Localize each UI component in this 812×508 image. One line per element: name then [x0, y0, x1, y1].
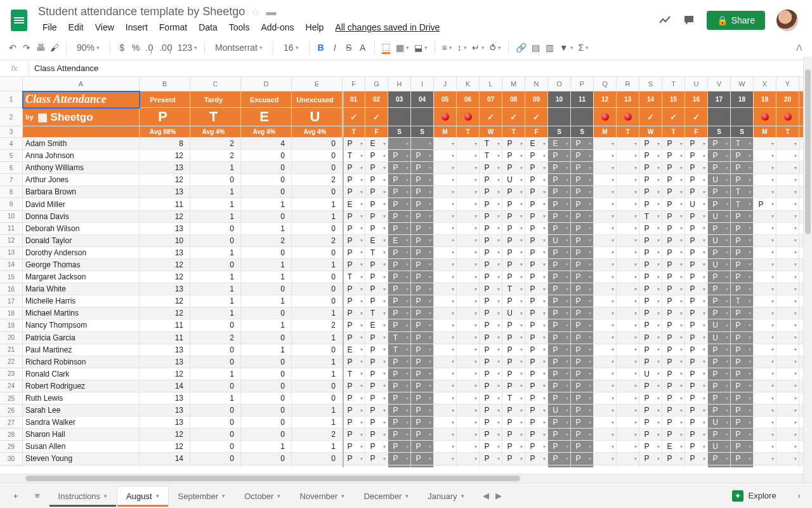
row-header[interactable]: 17 — [0, 295, 23, 307]
cell[interactable]: S — [571, 126, 594, 138]
cell[interactable]: P — [662, 259, 685, 271]
cell[interactable]: T — [388, 344, 411, 356]
row-header[interactable]: 11 — [0, 223, 23, 235]
cell-name[interactable]: Thomas King — [23, 465, 140, 467]
cell[interactable]: T — [639, 211, 662, 223]
cell[interactable]: P — [365, 380, 388, 392]
cell[interactable]: 13 — [140, 162, 190, 174]
cell[interactable]: P — [685, 404, 708, 417]
cell[interactable]: Present — [140, 91, 190, 108]
cell-name[interactable]: Michelle Harris — [23, 295, 140, 307]
cell[interactable]: 1 — [292, 307, 343, 319]
cell-name[interactable]: Patricia Garcia — [23, 332, 140, 344]
cell[interactable] — [776, 108, 799, 126]
cell[interactable] — [776, 356, 799, 368]
cell[interactable] — [754, 404, 776, 417]
cell[interactable] — [457, 259, 480, 271]
cell[interactable] — [434, 429, 457, 441]
cell-title[interactable]: Class Attendance — [23, 91, 140, 108]
cell[interactable]: P — [502, 344, 525, 356]
cell[interactable]: P — [548, 344, 571, 356]
cell[interactable]: P — [388, 417, 411, 429]
cell[interactable]: P — [365, 186, 388, 198]
cell[interactable]: P — [731, 404, 754, 417]
cell[interactable]: P — [525, 150, 548, 162]
cell[interactable]: P — [548, 174, 571, 186]
functions-button[interactable]: Σ — [577, 39, 591, 56]
sheet-tab[interactable]: January — [418, 486, 473, 506]
cell[interactable]: P — [365, 162, 388, 174]
cell[interactable]: P — [754, 198, 776, 210]
cell[interactable]: P — [708, 223, 731, 235]
col-header[interactable]: O — [548, 77, 571, 91]
cell[interactable]: P — [639, 307, 662, 319]
cell[interactable]: P — [411, 283, 434, 295]
account-avatar[interactable] — [776, 10, 798, 31]
cell[interactable]: P — [639, 380, 662, 392]
cell-name[interactable]: Sarah Lee — [23, 404, 140, 417]
cell-name[interactable]: Arthur Jones — [23, 174, 140, 186]
row-header[interactable]: 13 — [0, 247, 23, 259]
cell[interactable] — [754, 162, 776, 174]
cell[interactable] — [754, 174, 776, 186]
cell-brand[interactable]: by▦ Sheetgo — [23, 108, 140, 126]
cell[interactable]: P — [685, 307, 708, 319]
cell[interactable]: 0 — [190, 223, 241, 235]
cell[interactable]: 1 — [292, 259, 343, 271]
cell[interactable]: E — [365, 138, 388, 150]
cell[interactable]: 0 — [241, 368, 292, 380]
cell[interactable]: 14 — [639, 91, 662, 108]
cell[interactable]: P — [548, 429, 571, 441]
cell[interactable]: P — [708, 307, 731, 319]
row-header[interactable]: 15 — [0, 271, 23, 283]
cell[interactable] — [434, 235, 457, 247]
cell-name[interactable]: David Miller — [23, 198, 140, 210]
cell[interactable]: P — [685, 150, 708, 162]
cell[interactable]: P — [708, 186, 731, 198]
cell[interactable]: 1 — [190, 162, 241, 174]
cell[interactable]: 1 — [190, 211, 241, 223]
cell[interactable]: 12 — [140, 429, 190, 441]
cell[interactable]: P — [365, 211, 388, 223]
cell[interactable]: 1 — [292, 356, 343, 368]
cell[interactable]: P — [343, 380, 365, 392]
cell[interactable] — [434, 441, 457, 453]
cell[interactable]: P — [639, 295, 662, 307]
cell[interactable]: 0 — [190, 356, 241, 368]
cell[interactable]: P — [685, 319, 708, 331]
cell[interactable]: 14 — [140, 465, 190, 467]
cell[interactable]: P — [571, 332, 594, 344]
cell[interactable]: P — [480, 223, 502, 235]
cell[interactable] — [617, 368, 639, 380]
cell[interactable] — [434, 417, 457, 429]
cell[interactable]: P — [343, 186, 365, 198]
cell[interactable]: P — [662, 465, 685, 467]
cell[interactable]: 0 — [190, 235, 241, 247]
cell[interactable]: P — [480, 259, 502, 271]
cell[interactable] — [388, 138, 411, 150]
cell[interactable] — [776, 223, 799, 235]
col-header[interactable]: X — [754, 77, 776, 91]
cell[interactable] — [411, 108, 434, 126]
cell[interactable] — [617, 429, 639, 441]
cell[interactable]: P — [731, 453, 754, 465]
cell[interactable]: 11 — [140, 332, 190, 344]
rotate-button[interactable]: ⥀ — [488, 39, 503, 56]
cell[interactable]: P — [731, 150, 754, 162]
menu-tools[interactable]: Tools — [225, 20, 254, 35]
cell[interactable]: 1 — [241, 319, 292, 331]
cell[interactable] — [434, 332, 457, 344]
row-header[interactable]: 12 — [0, 235, 23, 247]
cell[interactable]: P — [571, 138, 594, 150]
cell[interactable]: 1 — [190, 295, 241, 307]
cell[interactable]: 1 — [241, 198, 292, 210]
cell[interactable]: P — [662, 247, 685, 259]
cell[interactable]: P — [731, 259, 754, 271]
cell[interactable]: P — [662, 271, 685, 283]
cell[interactable]: 05 — [434, 91, 457, 108]
cell[interactable]: P — [343, 162, 365, 174]
sheet-tab[interactable]: August — [117, 486, 168, 506]
cell[interactable]: S — [708, 126, 731, 138]
cell[interactable]: P — [411, 356, 434, 368]
cell[interactable] — [617, 198, 639, 210]
